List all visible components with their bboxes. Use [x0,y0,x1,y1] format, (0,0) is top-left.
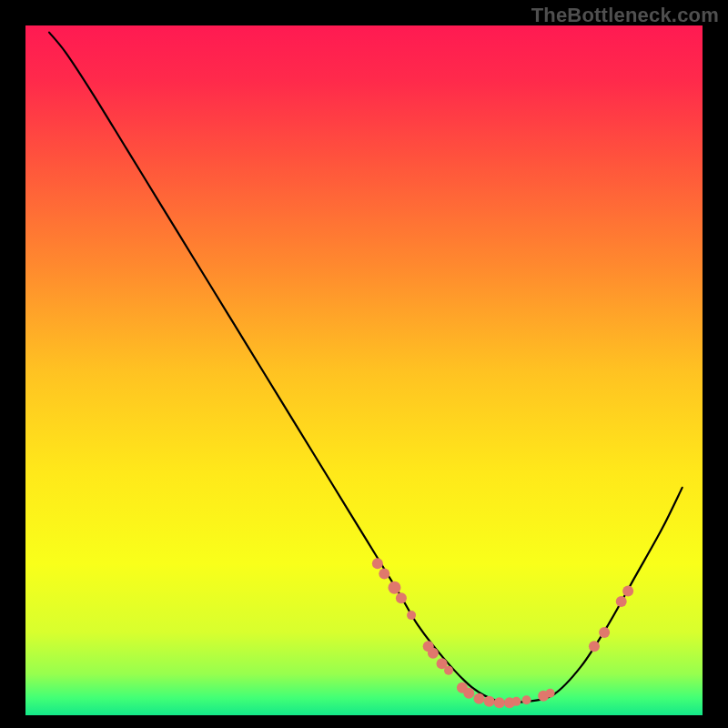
curve-marker [473,693,484,704]
curve-marker [444,666,453,675]
curve-marker [379,569,389,580]
curve-marker [522,695,531,704]
curve-marker [484,696,495,707]
curve-marker [599,627,610,638]
curve-marker [589,641,600,652]
curve-marker [494,697,505,708]
curve-marker [407,611,416,620]
curve-marker [463,688,474,699]
curve-marker [396,592,407,603]
chart-canvas: TheBottleneck.com [0,0,728,728]
curve-marker [616,596,627,607]
plot-background [25,25,703,715]
curve-marker [622,586,633,597]
curve-marker [372,558,383,569]
curve-marker [388,581,400,594]
watermark-text: TheBottleneck.com [531,4,719,27]
curve-marker [546,689,555,698]
chart-svg [0,0,728,728]
curve-marker [428,648,439,659]
curve-marker [511,697,521,706]
